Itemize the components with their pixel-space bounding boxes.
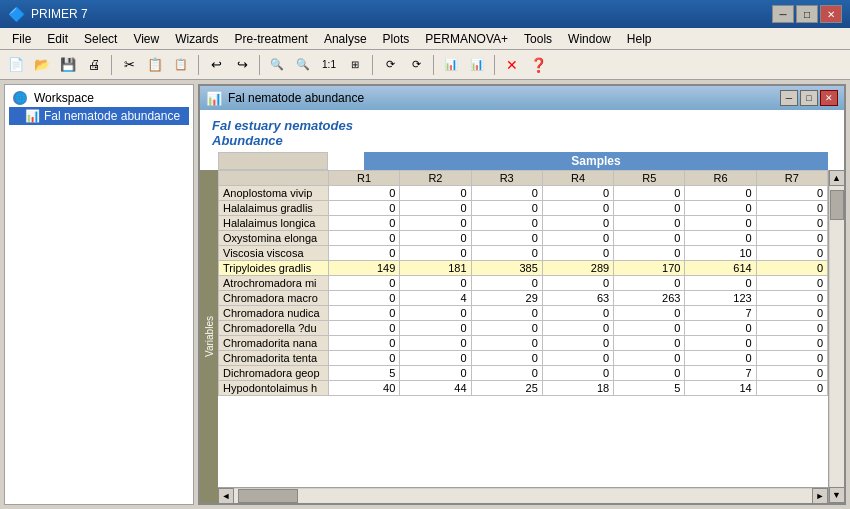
data-cell[interactable]: 0 (400, 351, 471, 366)
data-cell[interactable]: 289 (542, 261, 613, 276)
data-cell[interactable]: 7 (685, 306, 756, 321)
col-header-r2[interactable]: R2 (400, 171, 471, 186)
maximize-button[interactable]: □ (796, 5, 818, 23)
data-cell[interactable]: 0 (471, 321, 542, 336)
data-cell[interactable]: 149 (329, 261, 400, 276)
col-header-r1[interactable]: R1 (329, 171, 400, 186)
data-cell[interactable]: 0 (614, 276, 685, 291)
menu-permanova[interactable]: PERMANOVA+ (417, 30, 516, 48)
close-button[interactable]: ✕ (820, 5, 842, 23)
menu-file[interactable]: File (4, 30, 39, 48)
print-button[interactable]: 🖨 (82, 53, 106, 77)
menu-edit[interactable]: Edit (39, 30, 76, 48)
data-cell[interactable]: 0 (329, 186, 400, 201)
data-cell[interactable]: 0 (756, 261, 827, 276)
workspace-item[interactable]: 🌐 Workspace (9, 89, 189, 107)
data-cell[interactable]: 4 (400, 291, 471, 306)
data-cell[interactable]: 0 (329, 321, 400, 336)
data-cell[interactable]: 0 (542, 186, 613, 201)
table-row[interactable]: Oxystomina elonga0000000 (219, 231, 828, 246)
data-cell[interactable]: 25 (471, 381, 542, 396)
data-cell[interactable]: 0 (400, 321, 471, 336)
h-scroll-thumb[interactable] (238, 489, 298, 503)
data-cell[interactable]: 123 (685, 291, 756, 306)
open-button[interactable]: 📂 (30, 53, 54, 77)
data-cell[interactable]: 0 (471, 246, 542, 261)
data-cell[interactable]: 0 (471, 351, 542, 366)
col-header-r6[interactable]: R6 (685, 171, 756, 186)
data-cell[interactable]: 0 (471, 336, 542, 351)
data-cell[interactable]: 0 (542, 246, 613, 261)
v-scroll-thumb[interactable] (830, 190, 844, 220)
menu-window[interactable]: Window (560, 30, 619, 48)
h-scroll-track[interactable] (234, 489, 812, 503)
data-cell[interactable]: 0 (400, 216, 471, 231)
data-cell[interactable]: 0 (685, 186, 756, 201)
data-cell[interactable]: 18 (542, 381, 613, 396)
data-cell[interactable]: 0 (542, 321, 613, 336)
save-button[interactable]: 💾 (56, 53, 80, 77)
data-cell[interactable]: 170 (614, 261, 685, 276)
data-cell[interactable]: 0 (329, 351, 400, 366)
table-row[interactable]: Chromadorella ?du0000000 (219, 321, 828, 336)
data-cell[interactable]: 0 (685, 321, 756, 336)
table-row[interactable]: Dichromadora geop5000070 (219, 366, 828, 381)
data-cell[interactable]: 614 (685, 261, 756, 276)
table-row[interactable]: Chromadorita nana0000000 (219, 336, 828, 351)
data-cell[interactable]: 0 (400, 306, 471, 321)
table-row[interactable]: Halalaimus gradlis0000000 (219, 201, 828, 216)
data-cell[interactable]: 0 (756, 276, 827, 291)
data-cell[interactable]: 0 (756, 186, 827, 201)
data-cell[interactable]: 40 (329, 381, 400, 396)
data-cell[interactable]: 0 (542, 276, 613, 291)
data-cell[interactable]: 0 (614, 321, 685, 336)
data-cell[interactable]: 0 (542, 216, 613, 231)
data-cell[interactable]: 0 (400, 231, 471, 246)
data-cell[interactable]: 0 (542, 336, 613, 351)
data-cell[interactable]: 0 (329, 306, 400, 321)
data-cell[interactable]: 0 (400, 246, 471, 261)
table-row[interactable]: Hypodontolaimus h404425185140 (219, 381, 828, 396)
data-cell[interactable]: 0 (329, 276, 400, 291)
new-button[interactable]: 📄 (4, 53, 28, 77)
zoom-in-button[interactable]: 🔍 (265, 53, 289, 77)
data-cell[interactable]: 63 (542, 291, 613, 306)
data-cell[interactable]: 7 (685, 366, 756, 381)
menu-tools[interactable]: Tools (516, 30, 560, 48)
table-row[interactable]: Halalaimus longica0000000 (219, 216, 828, 231)
data-cell[interactable]: 10 (685, 246, 756, 261)
menu-plots[interactable]: Plots (375, 30, 418, 48)
data-cell[interactable]: 0 (685, 231, 756, 246)
data-cell[interactable]: 0 (756, 201, 827, 216)
data-cell[interactable]: 0 (756, 216, 827, 231)
redo-button[interactable]: ↪ (230, 53, 254, 77)
data-cell[interactable]: 0 (400, 276, 471, 291)
data-cell[interactable]: 0 (471, 186, 542, 201)
menu-help[interactable]: Help (619, 30, 660, 48)
data-cell[interactable]: 0 (400, 201, 471, 216)
data-cell[interactable]: 0 (756, 291, 827, 306)
help-button[interactable]: ❓ (526, 53, 550, 77)
data-cell[interactable]: 0 (614, 186, 685, 201)
data-cell[interactable]: 0 (400, 186, 471, 201)
data-cell[interactable]: 0 (756, 306, 827, 321)
data-cell[interactable]: 0 (614, 351, 685, 366)
data-cell[interactable]: 29 (471, 291, 542, 306)
zoom-fit-button[interactable]: ⊞ (343, 53, 367, 77)
data-cell[interactable]: 0 (542, 231, 613, 246)
data-cell[interactable]: 0 (614, 366, 685, 381)
refresh-button[interactable]: ⟳ (378, 53, 402, 77)
data-cell[interactable]: 0 (329, 201, 400, 216)
table-row[interactable]: Chromadora nudica0000070 (219, 306, 828, 321)
data-cell[interactable]: 0 (400, 336, 471, 351)
data-cell[interactable]: 0 (756, 381, 827, 396)
refresh2-button[interactable]: ⟳ (404, 53, 428, 77)
data-cell[interactable]: 0 (542, 306, 613, 321)
data-cell[interactable]: 0 (614, 216, 685, 231)
data-cell[interactable]: 0 (756, 336, 827, 351)
zoom-out-button[interactable]: 🔍 (291, 53, 315, 77)
data-cell[interactable]: 0 (542, 351, 613, 366)
data-cell[interactable]: 0 (400, 366, 471, 381)
menu-view[interactable]: View (125, 30, 167, 48)
data-cell[interactable]: 0 (329, 216, 400, 231)
